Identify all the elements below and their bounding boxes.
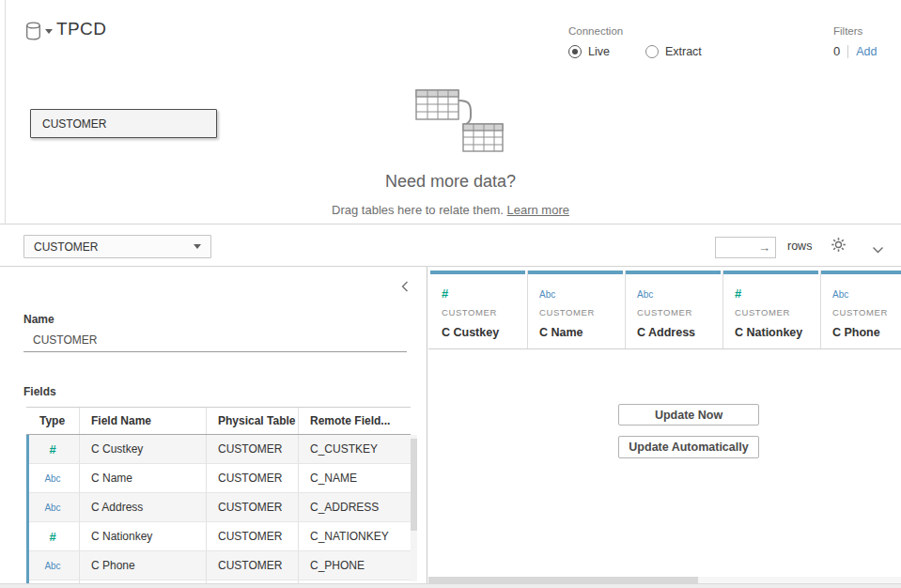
database-caret-icon (45, 29, 53, 34)
name-label: Name (23, 313, 54, 326)
update-now-button[interactable]: Update Now (618, 404, 759, 426)
physical-table-cell: CUSTOMER (207, 464, 299, 492)
table-details-panel: Name CUSTOMER Fields TypeField NamePhysi… (0, 267, 427, 588)
remote-field-cell: C_ADDRESS (299, 493, 411, 521)
radio-selected-icon[interactable] (568, 45, 582, 58)
filters-count: 0 (833, 44, 840, 58)
filters-label: Filters (833, 25, 877, 37)
number-type-icon: # (26, 522, 80, 550)
filters-add-link[interactable]: Add (856, 45, 877, 58)
grid-header-row: #CUSTOMERC CustkeyAbcCUSTOMERC NameAbcCU… (428, 271, 901, 349)
number-type-icon: # (735, 285, 820, 302)
relate-tables-illustration (412, 88, 511, 154)
chevron-down-icon (194, 244, 201, 249)
string-type-icon: Abc (26, 493, 80, 521)
physical-table-cell: CUSTOMER (207, 435, 299, 463)
fields-table: TypeField NamePhysical TableRemote Field… (26, 407, 411, 588)
fields-column-header[interactable]: Type (26, 408, 80, 434)
filters-divider (847, 45, 848, 58)
column-accent-bar (821, 271, 901, 274)
column-field-label: C Phone (832, 326, 901, 339)
remote-field-cell: C_NATIONKEY (299, 522, 411, 550)
column-table-label: CUSTOMER (832, 307, 901, 317)
fields-table-body: #C CustkeyCUSTOMERC_CUSTKEYAbcC NameCUST… (26, 435, 411, 580)
remote-field-cell: C_PHONE (299, 551, 411, 580)
grid-column-header[interactable]: AbcCUSTOMERC Phone (821, 271, 901, 348)
column-accent-bar (528, 271, 623, 274)
grid-column-header[interactable]: #CUSTOMERC Nationkey (723, 271, 821, 348)
string-type-icon: Abc (26, 551, 80, 580)
table-name-input[interactable]: CUSTOMER (23, 329, 407, 352)
rows-selection-stripe (26, 435, 29, 585)
scrollbar-thumb[interactable] (428, 577, 698, 583)
grid-column-header[interactable]: #CUSTOMERC Custkey (430, 271, 528, 348)
field-row[interactable]: #C CustkeyCUSTOMERC_CUSTKEY (26, 435, 411, 464)
physical-table-cell: CUSTOMER (207, 493, 299, 521)
grid-column-header[interactable]: AbcCUSTOMERC Name (528, 271, 626, 348)
column-table-label: CUSTOMER (539, 307, 625, 317)
string-type-icon: Abc (539, 285, 625, 302)
rows-count-input[interactable]: → (715, 237, 776, 258)
bottom-window-strip (0, 583, 901, 588)
number-type-icon: # (26, 435, 80, 463)
scrollbar-thumb[interactable] (411, 439, 417, 531)
fields-table-header: TypeField NamePhysical TableRemote Field… (26, 407, 411, 435)
table-icon (416, 90, 458, 119)
column-field-label: C Nationkey (735, 326, 820, 339)
column-accent-bar (723, 271, 818, 274)
field-row[interactable]: AbcC NameCUSTOMERC_NAME (26, 464, 411, 493)
empty-state-subtitle: Drag tables here to relate them. Learn m… (0, 203, 901, 217)
connection-extract-radio[interactable]: Extract (645, 45, 702, 58)
chevron-down-icon (872, 246, 884, 255)
column-field-label: C Custkey (442, 326, 527, 339)
column-table-label: CUSTOMER (637, 307, 722, 317)
column-table-label: CUSTOMER (442, 307, 527, 317)
fields-column-header[interactable]: Physical Table (207, 408, 299, 434)
remote-field-cell: C_CUSTKEY (299, 435, 411, 463)
string-type-icon: Abc (637, 285, 722, 302)
settings-button[interactable] (831, 237, 847, 256)
field-row[interactable]: #C NationkeyCUSTOMERC_NATIONKEY (26, 522, 411, 551)
physical-table-cell: CUSTOMER (207, 551, 299, 580)
field-name-cell: C Address (80, 493, 207, 521)
update-automatically-button[interactable]: Update Automatically (618, 436, 759, 458)
column-accent-bar (626, 271, 721, 274)
field-name-cell: C Name (80, 464, 207, 492)
field-name-cell: C Phone (80, 551, 207, 580)
fields-label: Fields (23, 385, 56, 398)
grid-column-header[interactable]: AbcCUSTOMERC Address (626, 271, 723, 348)
number-type-icon: # (442, 285, 527, 302)
column-field-label: C Name (539, 326, 625, 339)
remote-field-cell: C_NAME (299, 464, 411, 492)
field-row[interactable]: AbcC PhoneCUSTOMERC_PHONE (26, 551, 411, 580)
column-table-label: CUSTOMER (735, 307, 820, 317)
relationship-canvas: TPCD Connection Live Extract Filters 0 A… (0, 0, 901, 224)
gear-icon (831, 237, 847, 253)
string-type-icon: Abc (26, 464, 80, 492)
string-type-icon: Abc (832, 285, 901, 302)
logical-table-customer[interactable]: CUSTOMER (30, 109, 217, 138)
collapse-panel-button[interactable] (400, 280, 410, 297)
datasource-menu-button[interactable] (25, 22, 53, 40)
field-name-cell: C Custkey (80, 435, 207, 463)
column-field-label: C Address (637, 326, 722, 339)
field-row[interactable]: AbcC AddressCUSTOMERC_ADDRESS (26, 493, 411, 522)
arrow-right-icon: → (758, 241, 770, 254)
fields-column-header[interactable]: Field Name (80, 408, 207, 434)
connection-section: Connection Live Extract (568, 25, 702, 58)
database-icon (25, 22, 41, 40)
learn-more-link[interactable]: Learn more (506, 203, 568, 217)
connection-live-radio[interactable]: Live (568, 45, 610, 58)
datasource-title: TPCD (56, 19, 106, 39)
table-icon (463, 124, 503, 151)
collapse-grid-button[interactable] (872, 241, 884, 258)
connection-label: Connection (568, 25, 702, 37)
grid-horizontal-scrollbar[interactable] (428, 577, 901, 583)
fields-vertical-scrollbar[interactable] (411, 435, 417, 581)
table-selector-dropdown[interactable]: CUSTOMER (23, 235, 211, 258)
radio-unselected-icon[interactable] (645, 45, 659, 58)
empty-state-title: Need more data? (0, 172, 901, 192)
field-name-cell: C Nationkey (80, 522, 207, 550)
fields-column-header[interactable]: Remote Field... (299, 408, 411, 434)
filters-section: Filters 0 Add (833, 25, 877, 58)
